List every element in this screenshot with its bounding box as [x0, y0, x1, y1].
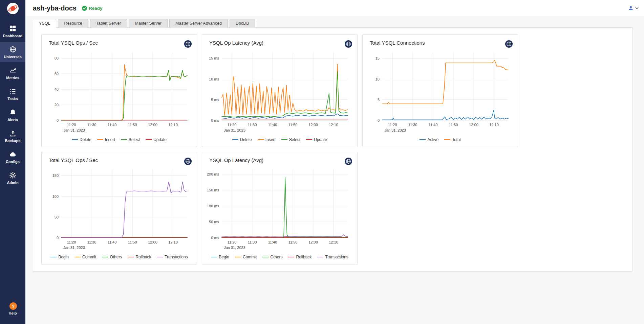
legend-swatch — [317, 257, 323, 257]
sidebar-item-universes[interactable]: Universes — [0, 42, 25, 62]
help-icon: ? — [9, 302, 17, 309]
tab-tablet-server[interactable]: Tablet Server — [90, 19, 127, 28]
tab-ysql[interactable]: YSQL — [33, 19, 56, 28]
chart-legend: DeleteInsertSelectUpdate — [202, 136, 357, 145]
legend-label: Total — [452, 137, 460, 142]
sidebar-item-label: Universes — [4, 55, 22, 59]
sidebar-item-backups[interactable]: Backups — [0, 126, 25, 146]
sidebar-item-alerts[interactable]: Alerts — [0, 105, 25, 125]
svg-text:11:30: 11:30 — [87, 123, 96, 127]
svg-text:11:20: 11:20 — [67, 123, 76, 127]
chart-title: YSQL Op Latency (Avg) — [209, 157, 263, 163]
legend-item-transactions[interactable]: Transactions — [157, 255, 188, 259]
legend-item-commit[interactable]: Commit — [235, 255, 257, 259]
globe-icon[interactable] — [344, 157, 352, 165]
legend-swatch — [288, 257, 294, 257]
chart-legend: BeginCommitOthersRollbackTransactions — [42, 253, 197, 263]
globe-icon[interactable] — [505, 40, 513, 48]
legend-item-update[interactable]: Update — [146, 137, 167, 142]
metrics-icon — [9, 67, 17, 74]
legend-item-delete[interactable]: Delete — [72, 137, 91, 142]
series-insert — [222, 64, 348, 116]
legend-label: Transactions — [325, 255, 348, 259]
legend-item-transactions[interactable]: Transactions — [317, 255, 348, 259]
chart-legend: DeleteInsertSelectUpdate — [42, 136, 197, 145]
svg-text:10: 10 — [375, 77, 380, 81]
legend-item-update[interactable]: Update — [306, 137, 327, 142]
sidebar-item-label: Backups — [5, 139, 21, 143]
chart-legend: ActiveTotal — [363, 136, 518, 145]
alerts-icon — [9, 109, 17, 116]
main-content: YSQLResourceTablet ServerMaster ServerMa… — [25, 16, 644, 324]
legend-item-delete[interactable]: Delete — [232, 137, 252, 142]
svg-text:0: 0 — [57, 118, 59, 122]
globe-icon[interactable] — [184, 40, 192, 48]
legend-swatch — [102, 257, 108, 257]
series-transactions — [61, 182, 187, 238]
svg-text:15 ms: 15 ms — [209, 56, 219, 60]
legend-label: Update — [314, 137, 327, 142]
chart-panel-4: Total YSQL Ops / Sec05010015011:20Jan 31… — [41, 152, 197, 264]
legend-swatch — [232, 139, 238, 140]
series-insert — [61, 65, 187, 120]
legend-item-begin[interactable]: Begin — [211, 255, 229, 259]
legend-label: Others — [270, 255, 282, 259]
sidebar-item-tasks[interactable]: Tasks — [0, 84, 25, 104]
legend-item-rollback[interactable]: Rollback — [128, 255, 151, 259]
globe-icon[interactable] — [344, 40, 352, 48]
svg-text:12:00: 12:00 — [148, 240, 157, 244]
svg-text:0: 0 — [378, 118, 380, 122]
sidebar-item-dashboard[interactable]: Dashboard — [0, 21, 25, 41]
sidebar-item-admin[interactable]: Admin — [0, 168, 25, 188]
legend-item-active[interactable]: Active — [420, 137, 438, 142]
yugabyte-logo[interactable] — [0, 0, 25, 17]
legend-label: Delete — [240, 137, 252, 142]
legend-item-total[interactable]: Total — [444, 137, 460, 142]
legend-item-select[interactable]: Select — [121, 137, 140, 142]
svg-text:12:00: 12:00 — [308, 240, 318, 244]
legend-item-select[interactable]: Select — [281, 137, 300, 142]
configs-icon — [9, 151, 17, 158]
svg-text:11:30: 11:30 — [248, 123, 257, 127]
svg-text:0 ms: 0 ms — [211, 236, 219, 240]
legend-item-insert[interactable]: Insert — [258, 137, 276, 142]
svg-text:10 ms: 10 ms — [209, 77, 219, 81]
svg-text:5 ms: 5 ms — [211, 98, 219, 102]
legend-swatch — [211, 257, 217, 257]
svg-text:11:20: 11:20 — [388, 123, 397, 127]
svg-text:11:40: 11:40 — [108, 123, 117, 127]
legend-label: Begin — [219, 255, 229, 259]
legend-label: Commit — [243, 255, 257, 259]
legend-item-others[interactable]: Others — [262, 255, 282, 259]
svg-text:20: 20 — [55, 103, 59, 107]
legend-label: Rollback — [296, 255, 312, 259]
legend-swatch — [74, 257, 81, 257]
legend-item-begin[interactable]: Begin — [50, 255, 69, 259]
legend-swatch — [420, 139, 426, 140]
user-menu[interactable] — [628, 5, 639, 11]
legend-item-commit[interactable]: Commit — [74, 255, 96, 259]
legend-swatch — [50, 257, 57, 257]
legend-item-rollback[interactable]: Rollback — [288, 255, 312, 259]
legend-swatch — [281, 139, 287, 140]
svg-text:12:00: 12:00 — [308, 123, 318, 127]
legend-item-insert[interactable]: Insert — [97, 137, 115, 142]
svg-text:12:10: 12:10 — [329, 240, 338, 244]
chart-legend: BeginCommitOthersRollbackTransactions — [202, 253, 357, 263]
chevron-down-icon — [635, 6, 639, 10]
legend-item-others[interactable]: Others — [102, 255, 122, 259]
tab-master-server[interactable]: Master Server — [129, 19, 168, 28]
svg-text:50 ms: 50 ms — [209, 220, 219, 224]
svg-text:11:50: 11:50 — [288, 123, 298, 127]
svg-text:?: ? — [12, 304, 15, 309]
sidebar-item-metrics[interactable]: Metrics — [0, 63, 25, 83]
sidebar-item-configs[interactable]: Configs — [0, 147, 25, 167]
tab-docdb[interactable]: DocDB — [230, 19, 255, 28]
svg-text:12:10: 12:10 — [329, 123, 338, 127]
svg-text:11:30: 11:30 — [248, 240, 257, 244]
status-text: Ready — [89, 6, 103, 11]
globe-icon[interactable] — [184, 157, 192, 165]
tab-master-server-advanced[interactable]: Master Server Advanced — [169, 19, 228, 28]
tab-resource[interactable]: Resource — [58, 19, 88, 28]
sidebar-item-help[interactable]: ?Help — [0, 298, 25, 319]
